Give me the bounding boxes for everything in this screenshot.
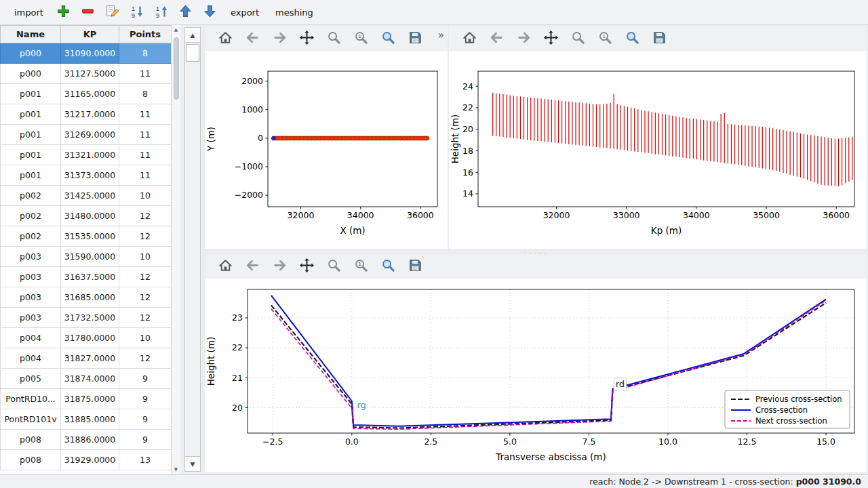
table-row[interactable]: p00131321.000011	[1, 145, 172, 165]
table-row[interactable]: p00231535.000012	[1, 226, 172, 247]
column-header-points[interactable]: Points	[119, 26, 172, 43]
home-button[interactable]	[214, 28, 236, 49]
table-row[interactable]: p00231480.000012	[1, 206, 172, 226]
kp-cell[interactable]: 31127.5000	[61, 64, 119, 84]
name-cell[interactable]: p001	[1, 84, 61, 104]
table-row[interactable]: p00331685.000012	[1, 287, 172, 308]
points-cell[interactable]: 11	[119, 104, 172, 125]
kp-cell[interactable]: 31165.0000	[61, 84, 119, 104]
points-cell[interactable]: 11	[119, 64, 172, 84]
table-scroll-down-icon[interactable]: ▼	[172, 465, 180, 474]
kp-cell[interactable]: 31827.0000	[61, 348, 119, 369]
name-cell[interactable]: p003	[1, 267, 61, 287]
table-row[interactable]: p00331590.000010	[1, 247, 172, 267]
kp-cell[interactable]: 31886.0000	[61, 430, 119, 450]
back-button[interactable]	[241, 28, 263, 49]
cross-section-chart[interactable]: −2.50.02.55.07.510.012.515.020212223Tran…	[205, 279, 867, 472]
table-row[interactable]: p00331732.500012	[1, 308, 172, 328]
kp-cell[interactable]: 31090.0000	[61, 43, 119, 64]
back-button[interactable]	[486, 28, 507, 49]
sort-ascending-button[interactable]: 19	[151, 2, 172, 22]
points-cell[interactable]: 9	[119, 389, 172, 409]
points-cell[interactable]: 10	[119, 247, 172, 267]
remove-button[interactable]	[78, 2, 98, 22]
name-cell[interactable]: p000	[1, 43, 61, 64]
column-header-name[interactable]: Name	[1, 26, 61, 43]
points-cell[interactable]: 12	[119, 267, 172, 287]
name-cell[interactable]: p001	[1, 145, 61, 165]
name-cell[interactable]: p003	[1, 308, 61, 328]
cross-sections-table[interactable]: NameKPPoints p00031090.00008p00031127.50…	[0, 25, 172, 470]
move-down-button[interactable]	[200, 2, 220, 22]
name-cell[interactable]: p000	[1, 64, 61, 84]
zoom-original-button[interactable]: 1	[350, 256, 372, 277]
points-cell[interactable]: 10	[119, 186, 172, 206]
table-row[interactable]: p00131373.000011	[1, 165, 172, 186]
zoom-selection-button[interactable]	[621, 28, 643, 49]
points-cell[interactable]: 10	[119, 328, 172, 348]
kp-cell[interactable]: 31217.0000	[61, 104, 119, 125]
kp-cell[interactable]: 31425.0000	[61, 186, 119, 206]
save-button[interactable]	[404, 28, 426, 49]
table-row[interactable]: p00031127.500011	[1, 64, 172, 84]
meshing-button[interactable]: meshing	[269, 4, 319, 21]
points-cell[interactable]: 13	[119, 450, 172, 470]
kp-cell[interactable]: 31480.0000	[61, 206, 119, 226]
name-cell[interactable]: p004	[1, 328, 61, 348]
sort-descending-button[interactable]: 19	[127, 2, 147, 22]
forward-button[interactable]	[513, 28, 534, 49]
table-row[interactable]: p00031090.00008	[1, 43, 172, 64]
zoom-original-button[interactable]: 1	[594, 28, 616, 49]
name-cell[interactable]: PontRD10...	[1, 389, 61, 409]
kp-cell[interactable]: 31373.0000	[61, 165, 119, 186]
table-scrollbar-thumb[interactable]	[174, 37, 179, 100]
table-row[interactable]: p00831929.000013	[1, 450, 172, 470]
pan-button[interactable]	[296, 28, 317, 49]
points-cell[interactable]: 9	[119, 369, 172, 389]
kp-cell[interactable]: 31685.0000	[61, 287, 119, 308]
kp-cell[interactable]: 31590.0000	[61, 247, 119, 267]
kp-cell[interactable]: 31929.0000	[61, 450, 119, 470]
pan-button[interactable]	[296, 256, 317, 277]
name-cell[interactable]: p008	[1, 430, 61, 450]
points-cell[interactable]: 9	[119, 430, 172, 450]
panel-scroll-up-button[interactable]: ▲	[185, 28, 200, 43]
table-row[interactable]: p00531874.00009	[1, 369, 172, 389]
table-row[interactable]: p00131165.00008	[1, 84, 172, 104]
points-cell[interactable]: 12	[119, 226, 172, 247]
table-row[interactable]: p00831886.00009	[1, 430, 172, 450]
zoom-selection-button[interactable]	[377, 28, 399, 49]
kp-cell[interactable]: 31885.0000	[61, 409, 119, 430]
panel-scroll-down-button[interactable]: ▼	[185, 456, 200, 471]
points-cell[interactable]: 12	[119, 287, 172, 308]
longitudinal-profile-chart[interactable]: 3200033000340003500036000141618202224Kp …	[449, 51, 867, 249]
table-row[interactable]: p00131217.000011	[1, 104, 172, 125]
zoom-original-button[interactable]: 1	[350, 28, 372, 49]
home-button[interactable]	[214, 256, 236, 277]
points-cell[interactable]: 11	[119, 125, 172, 145]
name-cell[interactable]: p001	[1, 165, 61, 186]
edit-button[interactable]	[102, 2, 123, 22]
kp-cell[interactable]: 31780.0000	[61, 328, 119, 348]
back-button[interactable]	[241, 256, 263, 277]
home-button[interactable]	[458, 28, 480, 49]
kp-cell[interactable]: 31637.5000	[61, 267, 119, 287]
kp-cell[interactable]: 31535.0000	[61, 226, 119, 247]
points-cell[interactable]: 11	[119, 165, 172, 186]
table-row[interactable]: p00431780.000010	[1, 328, 172, 348]
splitter-handle[interactable]: •••••	[203, 249, 868, 254]
table-row[interactable]: p00431827.000012	[1, 348, 172, 369]
kp-cell[interactable]: 31321.0000	[61, 145, 119, 165]
forward-button[interactable]	[269, 256, 290, 277]
add-button[interactable]	[54, 2, 74, 22]
kp-cell[interactable]: 31732.5000	[61, 308, 119, 328]
import-button[interactable]: import	[8, 4, 50, 21]
table-row[interactable]: p00331637.500012	[1, 267, 172, 287]
zoom-selection-button[interactable]	[377, 256, 399, 277]
zoom-button[interactable]	[567, 28, 589, 49]
points-cell[interactable]: 12	[119, 206, 172, 226]
forward-button[interactable]	[269, 28, 290, 49]
panel-scrollbar[interactable]: ▲ ▼	[184, 27, 201, 472]
zoom-button[interactable]	[323, 256, 344, 277]
move-up-button[interactable]	[176, 2, 196, 22]
